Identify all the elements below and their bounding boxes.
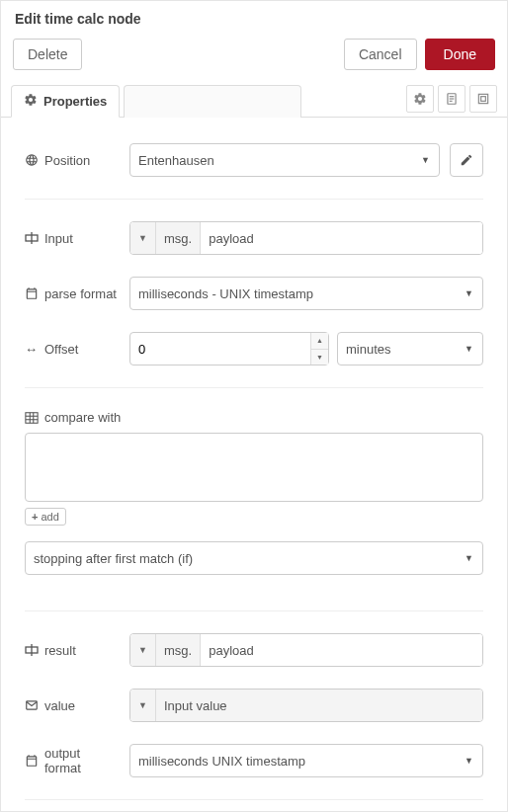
add-button[interactable]: + add bbox=[25, 508, 66, 526]
svg-rect-8 bbox=[26, 412, 38, 423]
result-prefix: msg. bbox=[156, 634, 201, 666]
svg-rect-5 bbox=[481, 97, 486, 102]
form-scroll-area[interactable]: Position Entenhausen Input ▼ msg. bbox=[1, 118, 507, 811]
position-select[interactable]: Entenhausen bbox=[129, 143, 440, 177]
input-prefix: msg. bbox=[156, 222, 201, 254]
result-typed[interactable]: ▼ msg. bbox=[129, 633, 483, 667]
tabs-row: Properties bbox=[1, 82, 507, 118]
value-label-text: value bbox=[44, 698, 75, 713]
result-label-text: result bbox=[44, 643, 76, 658]
gear-icon bbox=[24, 93, 38, 110]
arrows-icon: ↔ bbox=[25, 342, 39, 356]
offset-input[interactable] bbox=[129, 332, 329, 365]
globe-icon bbox=[25, 153, 39, 167]
tab-empty[interactable] bbox=[124, 85, 301, 118]
divider bbox=[25, 799, 483, 800]
frame-icon bbox=[476, 92, 490, 106]
value-typed[interactable]: ▼ Input value bbox=[129, 689, 483, 722]
tab-properties-label: Properties bbox=[43, 94, 107, 109]
parseformat-select[interactable]: milliseconds - UNIX timestamp bbox=[129, 277, 483, 310]
comparewith-label: compare with bbox=[25, 410, 483, 425]
table-icon bbox=[25, 411, 39, 425]
comparewith-label-text: compare with bbox=[44, 410, 121, 425]
compare-list[interactable] bbox=[25, 433, 483, 502]
offset-unit-select[interactable]: minutes bbox=[337, 332, 483, 365]
panel-title: Edit time calc node bbox=[1, 1, 507, 33]
calendar-icon bbox=[25, 286, 39, 300]
divider bbox=[25, 199, 483, 200]
document-icon bbox=[445, 92, 459, 106]
position-label: Position bbox=[25, 153, 120, 168]
value-type-button[interactable]: ▼ bbox=[130, 690, 156, 721]
parseformat-label: parse format bbox=[25, 286, 120, 301]
input-type-button[interactable]: ▼ bbox=[130, 222, 156, 254]
envelope-icon bbox=[25, 698, 39, 712]
input-icon bbox=[25, 231, 39, 245]
offset-spin-up[interactable]: ▲ bbox=[311, 333, 328, 350]
value-label: value bbox=[25, 698, 120, 713]
result-value[interactable] bbox=[201, 634, 482, 666]
cancel-button[interactable]: Cancel bbox=[344, 39, 417, 70]
settings-tab-button[interactable] bbox=[406, 85, 434, 113]
tab-properties[interactable]: Properties bbox=[11, 85, 120, 118]
appearance-tab-button[interactable] bbox=[469, 85, 497, 113]
offset-spin-down[interactable]: ▼ bbox=[311, 350, 328, 365]
outputformat-select[interactable]: milliseconds UNIX timestamp bbox=[129, 744, 483, 777]
header-buttons: Delete Cancel Done bbox=[1, 33, 507, 82]
edit-position-button[interactable] bbox=[450, 143, 483, 177]
gear-icon bbox=[413, 92, 427, 106]
offset-label: ↔ Offset bbox=[25, 342, 120, 357]
edit-panel: Edit time calc node Delete Cancel Done P… bbox=[0, 0, 508, 812]
parseformat-label-text: parse format bbox=[44, 286, 117, 301]
svg-rect-4 bbox=[478, 94, 487, 103]
delete-button[interactable]: Delete bbox=[13, 39, 82, 70]
input-label: Input bbox=[25, 231, 120, 246]
result-label: result bbox=[25, 643, 120, 658]
plus-icon: + bbox=[32, 511, 38, 523]
input-typed[interactable]: ▼ msg. bbox=[129, 221, 483, 255]
divider bbox=[25, 610, 483, 611]
result-type-button[interactable]: ▼ bbox=[130, 634, 156, 666]
divider bbox=[25, 387, 483, 388]
offset-label-text: Offset bbox=[44, 342, 78, 357]
stopmode-select[interactable]: stopping after first match (if) bbox=[25, 541, 483, 575]
position-label-text: Position bbox=[44, 153, 90, 168]
result-icon bbox=[25, 643, 39, 657]
input-label-text: Input bbox=[44, 231, 73, 246]
outputformat-label: output format bbox=[25, 746, 120, 775]
add-button-label: add bbox=[41, 511, 58, 523]
calendar-icon bbox=[25, 754, 39, 768]
input-value[interactable] bbox=[201, 222, 482, 254]
pencil-icon bbox=[460, 153, 473, 167]
docs-tab-button[interactable] bbox=[438, 85, 466, 113]
done-button[interactable]: Done bbox=[425, 39, 495, 70]
outputformat-label-text: output format bbox=[44, 746, 120, 775]
value-display: Input value bbox=[156, 690, 482, 721]
